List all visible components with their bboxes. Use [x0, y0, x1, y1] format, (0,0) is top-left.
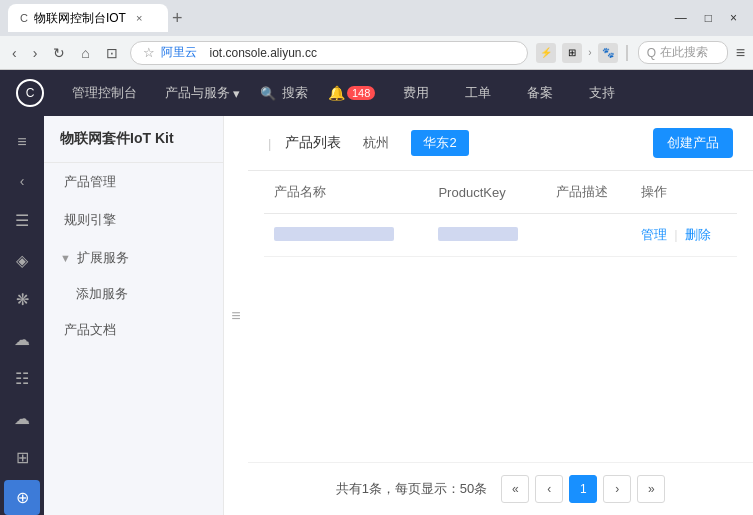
- add-service-label: 添加服务: [76, 285, 128, 303]
- extension-area: ⚡ ⊞ › 🐾: [536, 43, 629, 63]
- ext-paw-icon[interactable]: 🐾: [598, 43, 618, 63]
- action-divider: |: [674, 227, 677, 242]
- window-minimize-btn[interactable]: —: [667, 9, 695, 27]
- sidebar-title: 物联网套件IoT Kit: [44, 116, 223, 163]
- nav-forward-btn[interactable]: ›: [29, 43, 42, 63]
- sidebar-connect-icon[interactable]: ⊕: [4, 480, 40, 516]
- nav-reader-btn[interactable]: ⊡: [102, 43, 122, 63]
- main-area: ≡ ‹ ☰ ◈ ❋ ☁ ☷ ☁ ⊞ ⊕ 物联网套件IoT Kit 产品管理 规则…: [0, 116, 753, 515]
- nav-home-btn[interactable]: ⌂: [77, 43, 93, 63]
- col-header-name: 产品名称: [264, 171, 428, 214]
- divider: [626, 45, 628, 61]
- nav-item-products[interactable]: 产品与服务 ▾: [165, 84, 240, 102]
- sidebar-shield-icon[interactable]: ◈: [4, 243, 40, 279]
- nav-item-console[interactable]: 管理控制台: [64, 80, 145, 106]
- sidebar-item-docs[interactable]: 产品文档: [44, 311, 223, 349]
- tab-huadong2[interactable]: 华东2: [411, 130, 468, 156]
- window-close-btn[interactable]: ×: [722, 9, 745, 27]
- table-row: 管理 | 删除: [264, 214, 737, 257]
- expand-arrow-icon: ▼: [60, 252, 71, 264]
- bell-icon: 🔔: [328, 85, 345, 101]
- expand-handle[interactable]: ≡: [224, 116, 248, 515]
- pagination-prev-btn[interactable]: ‹: [535, 475, 563, 503]
- nav-search[interactable]: 🔍 搜索: [260, 84, 308, 102]
- address-input[interactable]: ☆ 阿里云 iot.console.aliyun.cc: [130, 41, 529, 65]
- new-tab-button[interactable]: +: [172, 8, 183, 29]
- separator-line: |: [268, 136, 271, 151]
- product-name-cell: [264, 214, 428, 257]
- app: C 管理控制台 产品与服务 ▾ 🔍 搜索 🔔 148 费用 工单 备案 支持 ≡…: [0, 70, 753, 515]
- search-box[interactable]: Q 在此搜索: [638, 41, 728, 64]
- nav-item-ticket[interactable]: 工单: [457, 80, 499, 106]
- browser-tab[interactable]: C 物联网控制台IOT ×: [8, 4, 168, 32]
- nav-item-support[interactable]: 支持: [581, 80, 623, 106]
- search-icon: 🔍: [260, 86, 276, 101]
- sidebar-cloud-icon[interactable]: ☁: [4, 322, 40, 358]
- rules-label: 规则引擎: [64, 211, 116, 229]
- sidebar-item-extensions[interactable]: ▼ 扩展服务: [44, 239, 223, 277]
- browser-menu-btn[interactable]: ≡: [736, 44, 745, 62]
- nav-item-billing[interactable]: 费用: [395, 80, 437, 106]
- nav-products-arrow: ▾: [233, 86, 240, 101]
- sidebar-document-icon[interactable]: ☷: [4, 361, 40, 397]
- ext-lightning-icon[interactable]: ⚡: [536, 43, 556, 63]
- nav-item-record[interactable]: 备案: [519, 80, 561, 106]
- create-product-button[interactable]: 创建产品: [653, 128, 733, 158]
- window-controls: — □ ×: [667, 9, 745, 27]
- top-navigation: C 管理控制台 产品与服务 ▾ 🔍 搜索 🔔 148 费用 工单 备案 支持: [0, 70, 753, 116]
- sidebar-stack-icon[interactable]: ⊞: [4, 440, 40, 476]
- sidebar-hamburger-icon[interactable]: ≡: [4, 124, 40, 160]
- col-header-desc: 产品描述: [546, 171, 631, 214]
- product-key-cell: [428, 214, 545, 257]
- sidebar-list-icon[interactable]: ☰: [4, 203, 40, 239]
- pagination-info: 共有1条，每页显示：50条: [336, 480, 488, 498]
- table-area: 产品名称 ProductKey 产品描述 操作: [248, 171, 753, 462]
- ext-grid-icon[interactable]: ⊞: [562, 43, 582, 63]
- address-text: iot.console.aliyun.cc: [209, 46, 316, 60]
- manage-link[interactable]: 管理: [641, 227, 667, 242]
- window-maximize-btn[interactable]: □: [697, 9, 720, 27]
- pagination-next-btn[interactable]: ›: [603, 475, 631, 503]
- sidebar-item-product-management[interactable]: 产品管理: [44, 163, 223, 201]
- logo-icon[interactable]: C: [16, 79, 44, 107]
- sidebar-item-rules[interactable]: 规则引擎: [44, 201, 223, 239]
- delete-link[interactable]: 删除: [685, 227, 711, 242]
- col-header-action: 操作: [631, 171, 738, 214]
- product-actions-cell: 管理 | 删除: [631, 214, 738, 257]
- pagination-page1-btn[interactable]: 1: [569, 475, 597, 503]
- col-header-key: ProductKey: [428, 171, 545, 214]
- nav-search-label: 搜索: [282, 84, 308, 102]
- address-bar: ‹ › ↻ ⌂ ⊡ ☆ 阿里云 iot.console.aliyun.cc ⚡ …: [0, 36, 753, 70]
- product-desc-cell: [546, 214, 631, 257]
- main-content: | 产品列表 杭州 华东2 创建产品 产品名称 ProductKey 产品描述 …: [248, 116, 753, 515]
- breadcrumb: 产品列表: [285, 134, 341, 152]
- pagination-first-btn[interactable]: «: [501, 475, 529, 503]
- product-key-redacted: [438, 227, 518, 241]
- address-prefix: 阿里云: [161, 44, 204, 61]
- browser-chrome: C 物联网控制台IOT × + — □ ×: [0, 0, 753, 36]
- notification-badge: 148: [347, 86, 375, 100]
- nav-back-btn[interactable]: ‹: [8, 43, 21, 63]
- product-table: 产品名称 ProductKey 产品描述 操作: [264, 171, 737, 257]
- sidebar-item-add-service[interactable]: 添加服务: [44, 277, 223, 311]
- tab-close-btn[interactable]: ×: [136, 12, 142, 24]
- search-placeholder: 在此搜索: [660, 44, 708, 61]
- tab-icon: C: [20, 12, 28, 24]
- star-icon: ☆: [143, 45, 155, 60]
- logo-area: C: [16, 79, 44, 107]
- tab-title: 物联网控制台IOT: [34, 10, 126, 27]
- product-management-label: 产品管理: [64, 173, 116, 191]
- tab-bar: C 物联网控制台IOT × +: [8, 4, 659, 32]
- extensions-label: 扩展服务: [77, 249, 129, 267]
- product-name-redacted: [274, 227, 394, 241]
- nav-refresh-btn[interactable]: ↻: [49, 43, 69, 63]
- sidebar-cloud2-icon[interactable]: ☁: [4, 401, 40, 437]
- sidebar-collapse-icon[interactable]: ‹: [4, 164, 40, 200]
- pagination-last-btn[interactable]: »: [637, 475, 665, 503]
- sidebar-nodes-icon[interactable]: ❋: [4, 282, 40, 318]
- bell-area[interactable]: 🔔 148: [328, 85, 375, 101]
- sidebar-dark: ≡ ‹ ☰ ◈ ❋ ☁ ☷ ☁ ⊞ ⊕: [0, 116, 44, 515]
- pagination: 共有1条，每页显示：50条 « ‹ 1 › »: [248, 462, 753, 515]
- expand-handle-icon: ≡: [231, 307, 240, 325]
- tab-hangzhou[interactable]: 杭州: [351, 130, 401, 156]
